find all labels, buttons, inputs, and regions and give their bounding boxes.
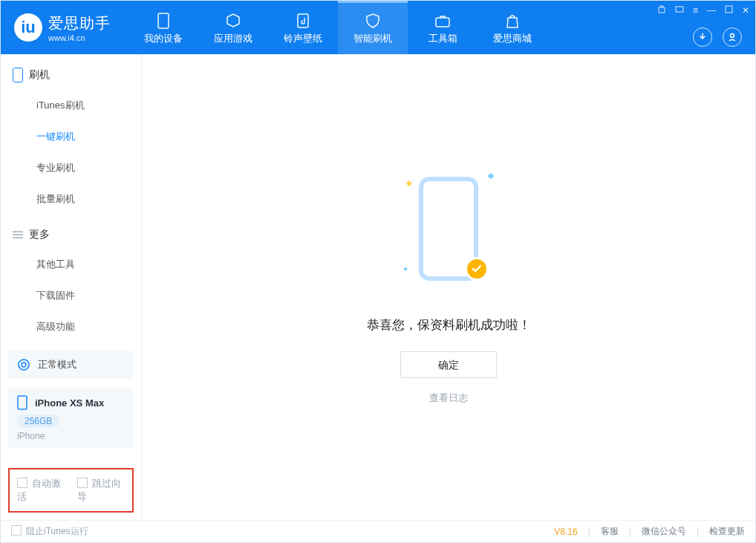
- toolbox-icon: [434, 13, 451, 29]
- skip-wizard-checkbox[interactable]: 跳过向导: [77, 477, 126, 504]
- svg-rect-3: [676, 7, 683, 12]
- download-icon[interactable]: [693, 27, 712, 47]
- checkbox-label: 阻止iTunes运行: [26, 526, 88, 536]
- nav-label: 铃声壁纸: [284, 32, 322, 45]
- nav-label: 智能刷机: [353, 32, 392, 45]
- section-title: 更多: [29, 228, 50, 241]
- top-nav: 我的设备 应用游戏 铃声壁纸 智能刷机 工具箱: [128, 1, 547, 54]
- checkbox-icon: [77, 478, 88, 488]
- refresh-icon: [17, 358, 30, 371]
- checkbox-icon: [11, 525, 22, 536]
- nav-label: 爱思商城: [493, 32, 532, 45]
- device-card[interactable]: iPhone XS Max 256GB iPhone: [8, 388, 134, 449]
- success-illustration: [404, 169, 493, 303]
- shopping-bag-icon: [504, 13, 521, 29]
- sidebar-item-one-click-flash[interactable]: 一键刷机: [36, 121, 141, 152]
- maximize-icon[interactable]: [725, 5, 733, 16]
- nav-label: 工具箱: [428, 32, 457, 45]
- logo-area: iu 爱思助手 www.i4.cn: [1, 1, 128, 54]
- nav-ringtone-wallpaper[interactable]: 铃声壁纸: [268, 1, 338, 54]
- highlighted-options: 自动激活 跳过向导: [8, 468, 134, 513]
- app-header: iu 爱思助手 www.i4.cn 我的设备 应用游戏 铃声壁纸: [1, 1, 755, 54]
- nav-toolbox[interactable]: 工具箱: [408, 1, 478, 54]
- section-title: 刷机: [29, 68, 50, 82]
- shield-refresh-icon: [365, 13, 381, 29]
- skin-icon[interactable]: [657, 5, 666, 16]
- music-note-icon: [295, 13, 311, 29]
- main-content: 恭喜您，保资料刷机成功啦！ 确定 查看日志: [142, 54, 755, 520]
- sidebar-item-pro-flash[interactable]: 专业刷机: [36, 152, 141, 183]
- svg-rect-7: [18, 396, 27, 409]
- block-itunes-checkbox[interactable]: 阻止iTunes运行: [11, 525, 88, 538]
- ok-button[interactable]: 确定: [400, 351, 497, 378]
- feedback-icon[interactable]: [675, 5, 684, 16]
- check-icon: [465, 257, 489, 281]
- hamburger-icon: [13, 230, 23, 240]
- sidebar-section-flash: 刷机: [1, 54, 141, 90]
- nav-my-device[interactable]: 我的设备: [128, 1, 198, 54]
- window-controls: ≡ — ✕: [657, 5, 749, 16]
- sidebar-item-batch-flash[interactable]: 批量刷机: [36, 183, 141, 215]
- mode-label: 正常模式: [38, 358, 76, 371]
- nav-label: 应用游戏: [214, 32, 252, 45]
- support-link[interactable]: 客服: [601, 525, 619, 538]
- header-actions: [693, 27, 742, 47]
- sidebar-item-other-tools[interactable]: 其他工具: [36, 249, 141, 280]
- phone-icon: [13, 68, 23, 82]
- storage-badge: 256GB: [17, 414, 59, 428]
- sidebar-item-advanced[interactable]: 高级功能: [36, 311, 141, 342]
- app-logo-icon: iu: [14, 13, 42, 42]
- device-icon: [17, 395, 27, 410]
- view-log-link[interactable]: 查看日志: [429, 391, 468, 405]
- sidebar: 刷机 iTunes刷机 一键刷机 专业刷机 批量刷机 更多 其他工具 下载固件 …: [1, 54, 142, 520]
- auto-activate-checkbox[interactable]: 自动激活: [17, 477, 65, 504]
- version-label: V8.16: [554, 527, 577, 537]
- success-message: 恭喜您，保资料刷机成功啦！: [367, 316, 531, 334]
- nav-label: 我的设备: [144, 32, 183, 45]
- sidebar-section-more: 更多: [1, 215, 141, 249]
- menu-icon[interactable]: ≡: [693, 5, 698, 16]
- app-url: www.i4.cn: [48, 33, 111, 42]
- svg-rect-2: [436, 18, 449, 27]
- svg-rect-0: [158, 13, 169, 28]
- device-type: iPhone: [17, 431, 125, 441]
- sidebar-item-itunes-flash[interactable]: iTunes刷机: [36, 90, 141, 121]
- sidebar-item-download-firmware[interactable]: 下载固件: [36, 280, 141, 311]
- device-name: iPhone XS Max: [35, 397, 104, 409]
- user-icon[interactable]: [723, 27, 742, 47]
- device-icon: [155, 13, 172, 29]
- nav-store[interactable]: 爱思商城: [478, 1, 547, 54]
- wechat-link[interactable]: 微信公众号: [642, 525, 686, 538]
- status-bar: 阻止iTunes运行 V8.16 | 客服 | 微信公众号 | 检查更新: [1, 520, 755, 542]
- nav-smart-flash[interactable]: 智能刷机: [338, 1, 408, 54]
- check-update-link[interactable]: 检查更新: [709, 525, 745, 538]
- svg-point-5: [731, 34, 734, 38]
- svg-rect-4: [726, 6, 732, 13]
- svg-point-6: [19, 360, 29, 370]
- mode-card[interactable]: 正常模式: [8, 351, 134, 379]
- nav-apps-games[interactable]: 应用游戏: [198, 1, 268, 54]
- close-icon[interactable]: ✕: [742, 5, 749, 16]
- minimize-icon[interactable]: —: [707, 5, 716, 16]
- checkbox-icon: [17, 478, 27, 488]
- cube-icon: [225, 13, 241, 29]
- app-name: 爱思助手: [48, 13, 111, 33]
